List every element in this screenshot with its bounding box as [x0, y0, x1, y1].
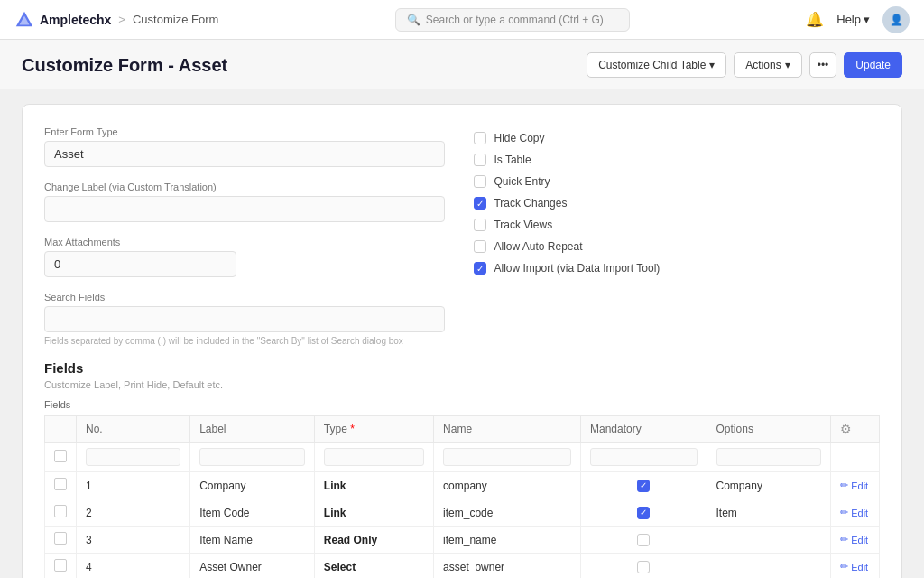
edit-icon-0: ✏ [840, 480, 848, 491]
logo-icon [14, 10, 34, 30]
row-mandatory-0: ✓ [581, 472, 707, 499]
mandatory-checkbox-3[interactable] [637, 561, 650, 573]
nav-left: Ampletechx > Customize Form [14, 10, 218, 30]
checkbox-label-allow_import: Allow Import (via Data Import Tool) [494, 262, 660, 275]
breadcrumb-current: Customize Form [133, 13, 218, 26]
checkbox-allow_import[interactable]: ✓ [474, 262, 486, 275]
row-options-2 [707, 527, 831, 554]
checkbox-label-quick_entry: Quick Entry [494, 175, 550, 188]
mandatory-checkbox-2[interactable] [637, 534, 650, 546]
row-type-3: Select [314, 554, 433, 579]
table-row: 4Asset OwnerSelectasset_owner✏ Edit [45, 554, 880, 579]
checkbox-label-allow_auto_repeat: Allow Auto Repeat [494, 240, 582, 253]
app-logo[interactable]: Ampletechx [14, 10, 111, 30]
filter-input-type[interactable] [324, 448, 424, 466]
notification-bell-icon[interactable]: 🔔 [806, 11, 824, 28]
change-label-input[interactable] [44, 196, 445, 222]
row-options-3 [707, 554, 831, 579]
page-header: Customize Form - Asset Customize Child T… [0, 40, 924, 89]
row-edit-3: ✏ Edit [831, 554, 880, 579]
checkbox-hide_copy[interactable] [474, 132, 486, 144]
row-options-1: Item [707, 499, 831, 527]
top-navigation: Ampletechx > Customize Form 🔍 Search or … [0, 0, 924, 40]
row-type-0: Link [314, 472, 433, 499]
max-attachments-input[interactable] [44, 251, 236, 277]
filter-input-label[interactable] [199, 448, 305, 466]
checkbox-item-allow_auto_repeat: Allow Auto Repeat [474, 240, 874, 253]
checkbox-label-track_changes: Track Changes [494, 197, 567, 210]
table-row: 1CompanyLinkcompany✓Company✏ Edit [45, 472, 880, 499]
checkbox-is_table[interactable] [474, 154, 486, 166]
nav-right: 🔔 Help ▾ 👤 [806, 6, 910, 33]
help-chevron-icon: ▾ [864, 13, 870, 26]
fields-table: No.LabelType *NameMandatoryOptions⚙1Comp… [44, 415, 880, 578]
search-fields-label: Search Fields [44, 292, 445, 303]
checkbox-label-is_table: Is Table [494, 154, 531, 166]
actions-button[interactable]: Actions ▾ [734, 52, 801, 78]
edit-button-3[interactable]: ✏ Edit [840, 561, 870, 573]
mandatory-checkbox-0[interactable]: ✓ [637, 480, 650, 492]
checkbox-track_changes[interactable]: ✓ [474, 197, 486, 210]
help-button[interactable]: Help ▾ [836, 13, 870, 26]
row-type-2: Read Only [314, 527, 433, 554]
row-no-0: 1 [77, 472, 190, 499]
col-header-checkbox [45, 416, 77, 443]
edit-icon-2: ✏ [840, 534, 848, 545]
row-no-2: 3 [77, 527, 190, 554]
form-left-col: Enter Form Type Change Label (via Custom… [44, 126, 445, 346]
col-header-actions: ⚙ [831, 416, 880, 443]
nav-center: 🔍 Search or type a command (Ctrl + G) [395, 8, 630, 32]
checkbox-label-track_views: Track Views [494, 219, 552, 231]
form-type-field: Enter Form Type [44, 126, 445, 167]
row-label-2: Item Name [190, 527, 315, 554]
change-label-label: Change Label (via Custom Translation) [44, 182, 445, 192]
filter-input-options[interactable] [716, 448, 822, 466]
header-actions: Customize Child Table ▾ Actions ▾ ••• Up… [587, 52, 902, 78]
page-title: Customize Form - Asset [22, 55, 227, 76]
row-no-1: 2 [77, 499, 190, 527]
checkbox-allow_auto_repeat[interactable] [474, 240, 486, 253]
max-attachments-label: Max Attachments [44, 237, 445, 247]
checkbox-quick_entry[interactable] [474, 175, 486, 188]
row-options-0: Company [707, 472, 831, 499]
col-header-options: Options [707, 416, 831, 443]
row-checkbox-3[interactable] [54, 559, 67, 572]
checkbox-item-allow_import: ✓Allow Import (via Data Import Tool) [474, 262, 874, 275]
mandatory-checkbox-1[interactable]: ✓ [637, 507, 650, 519]
update-button[interactable]: Update [844, 52, 902, 78]
col-header-no: No. [77, 416, 190, 443]
filter-input-mandatory[interactable] [590, 448, 698, 466]
customize-child-table-button[interactable]: Customize Child Table ▾ [587, 52, 726, 78]
row-label-3: Asset Owner [190, 554, 315, 579]
fields-section-label: Fields [44, 399, 880, 410]
checkbox-track_views[interactable] [474, 219, 486, 231]
row-checkbox-1[interactable] [54, 505, 67, 517]
search-fields-input[interactable] [44, 306, 445, 332]
edit-button-1[interactable]: ✏ Edit [840, 507, 870, 518]
table-row: 2Item CodeLinkitem_code✓Item✏ Edit [45, 499, 880, 527]
checkbox-label-hide_copy: Hide Copy [494, 132, 544, 144]
user-avatar[interactable]: 👤 [882, 6, 910, 33]
row-name-0: company [434, 472, 581, 499]
search-fields-hint: Fields separated by comma (,) will be in… [44, 336, 445, 346]
fields-section-subtitle: Customize Label, Print Hide, Default etc… [44, 379, 880, 390]
edit-button-2[interactable]: ✏ Edit [840, 534, 870, 545]
global-search[interactable]: 🔍 Search or type a command (Ctrl + G) [395, 8, 630, 32]
more-options-button[interactable]: ••• [809, 52, 837, 78]
select-all-checkbox[interactable] [54, 450, 67, 462]
checkbox-item-is_table: Is Table [474, 154, 874, 166]
filter-input-name[interactable] [443, 448, 571, 466]
edit-button-0[interactable]: ✏ Edit [840, 480, 870, 491]
search-icon: 🔍 [407, 14, 420, 26]
row-label-1: Item Code [190, 499, 315, 527]
form-type-label: Enter Form Type [44, 126, 445, 137]
row-checkbox-2[interactable] [54, 532, 67, 545]
form-row-1: Enter Form Type Change Label (via Custom… [44, 126, 880, 346]
main-content: Enter Form Type Change Label (via Custom… [0, 89, 924, 578]
filter-input-no[interactable] [86, 448, 180, 466]
row-checkbox-0[interactable] [54, 478, 67, 490]
actions-chevron-icon: ▾ [785, 59, 790, 71]
row-label-0: Company [190, 472, 315, 499]
form-type-input[interactable] [44, 141, 445, 167]
app-name: Ampletechx [40, 13, 111, 27]
